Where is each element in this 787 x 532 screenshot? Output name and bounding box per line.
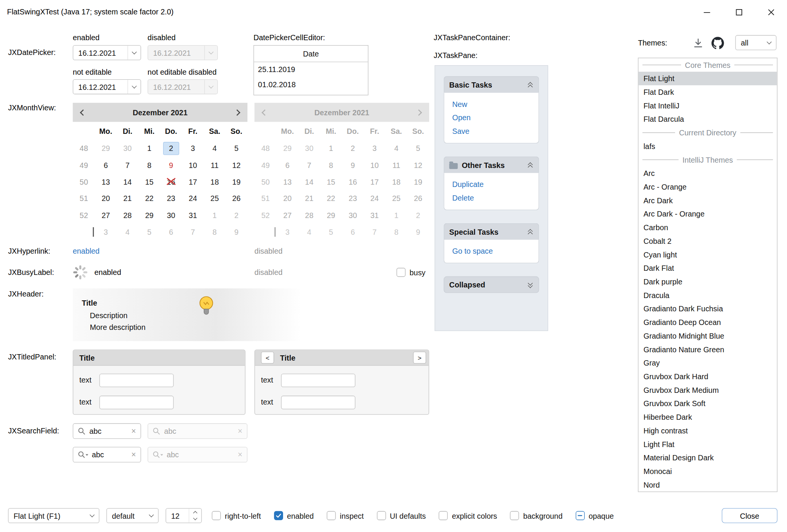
- day-cell[interactable]: 2: [225, 207, 247, 224]
- day-cell[interactable]: 12: [225, 157, 247, 173]
- day-cell[interactable]: 2: [160, 140, 182, 157]
- clear-icon[interactable]: ×: [131, 427, 136, 435]
- checkbox-enabled[interactable]: enabled: [274, 511, 314, 520]
- theme-item[interactable]: Hiberbee Dark: [638, 410, 777, 424]
- taskpane-link[interactable]: Open: [452, 113, 530, 122]
- panel-left-button[interactable]: <: [261, 352, 274, 364]
- theme-item[interactable]: Arc Dark - Orange: [638, 207, 777, 221]
- theme-item[interactable]: Gradianto Dark Fuchsia: [638, 302, 777, 315]
- text-input[interactable]: [99, 396, 174, 410]
- theme-item[interactable]: Material Design Dark: [638, 451, 777, 465]
- close-window-button[interactable]: [755, 0, 787, 24]
- text-input[interactable]: [281, 396, 356, 410]
- datepicker-dropdown-button[interactable]: [127, 46, 140, 60]
- theme-item[interactable]: Flat Light: [638, 72, 777, 85]
- checkbox-box[interactable]: [576, 511, 585, 520]
- github-button[interactable]: [711, 36, 725, 50]
- theme-item[interactable]: Gruvbox Dark Soft: [638, 397, 777, 410]
- table-row[interactable]: 01.02.2018: [254, 77, 368, 93]
- day-cell[interactable]: 30: [160, 207, 182, 224]
- theme-item[interactable]: Flat IntelliJ: [638, 99, 777, 113]
- checkbox-box[interactable]: [274, 511, 283, 520]
- search-field-enabled[interactable]: abc ×: [73, 423, 141, 439]
- day-cell[interactable]: 8: [204, 224, 225, 240]
- day-cell[interactable]: 3: [182, 140, 204, 157]
- day-cell[interactable]: 21: [116, 190, 138, 207]
- panel-right-button[interactable]: >: [413, 352, 426, 364]
- taskpane-header[interactable]: Special Tasks: [444, 223, 539, 240]
- datepicker-dropdown-button[interactable]: [127, 80, 140, 94]
- taskpane-link[interactable]: Duplicate: [452, 180, 530, 189]
- checkbox-inspect[interactable]: inspect: [327, 511, 364, 520]
- day-cell[interactable]: 4: [116, 224, 138, 240]
- theme-item[interactable]: Carbon: [638, 221, 777, 234]
- checkbox-box[interactable]: [377, 511, 386, 520]
- theme-item[interactable]: Monocai: [638, 465, 777, 478]
- day-cell[interactable]: 4: [204, 140, 225, 157]
- day-cell[interactable]: 18: [204, 173, 225, 190]
- taskpane-link[interactable]: Go to space: [452, 247, 530, 256]
- theme-item[interactable]: Nord: [638, 478, 777, 492]
- day-cell[interactable]: 1: [139, 140, 160, 157]
- theme-item[interactable]: Light Flat: [638, 437, 777, 451]
- day-cell[interactable]: 28: [116, 207, 138, 224]
- theme-item[interactable]: Gray: [638, 356, 777, 370]
- theme-list[interactable]: Core ThemesFlat LightFlat DarkFlat Intel…: [638, 58, 778, 492]
- checkbox-box[interactable]: [327, 511, 336, 520]
- checkbox-opaque[interactable]: opaque: [576, 511, 614, 520]
- taskpane-link[interactable]: Save: [452, 127, 530, 136]
- theme-item[interactable]: Cobalt 2: [638, 234, 777, 248]
- day-cell[interactable]: 1: [204, 207, 225, 224]
- theme-item[interactable]: Gradianto Midnight Blue: [638, 329, 777, 343]
- close-button[interactable]: Close: [722, 508, 778, 523]
- day-cell[interactable]: 6: [160, 224, 182, 240]
- checkbox-box[interactable]: [397, 268, 406, 277]
- theme-item[interactable]: Gruvbox Dark Medium: [638, 383, 777, 397]
- theme-item[interactable]: Arc Dark: [638, 194, 777, 207]
- day-cell[interactable]: 31: [182, 207, 204, 224]
- laf-combo[interactable]: Flat Light (F1): [8, 508, 99, 523]
- theme-item[interactable]: Flat Dark: [638, 85, 777, 99]
- day-cell[interactable]: 20: [95, 190, 116, 207]
- day-cell[interactable]: 17: [182, 173, 204, 190]
- day-cell[interactable]: 30: [116, 140, 138, 157]
- day-cell[interactable]: 9: [225, 224, 247, 240]
- theme-item[interactable]: Gruvbox Dark Hard: [638, 370, 777, 383]
- day-cell[interactable]: 19: [225, 173, 247, 190]
- monthview-enabled[interactable]: Dezember 2021 Mo.Di.Mi.Do.Fr.Sa.So.48293…: [73, 103, 247, 240]
- day-cell[interactable]: 23: [160, 190, 182, 207]
- day-cell[interactable]: 5: [139, 224, 160, 240]
- theme-item[interactable]: Arc: [638, 166, 777, 180]
- text-input[interactable]: [281, 373, 356, 387]
- day-cell[interactable]: 7: [116, 157, 138, 173]
- theme-item[interactable]: lafs: [638, 140, 777, 153]
- checkbox-background[interactable]: background: [510, 511, 562, 520]
- text-input[interactable]: [99, 373, 174, 387]
- day-cell[interactable]: 5: [225, 140, 247, 157]
- theme-item[interactable]: Flat Darcula: [638, 112, 777, 126]
- theme-item[interactable]: Arc - Orange: [638, 180, 777, 194]
- theme-item[interactable]: Cyan light: [638, 248, 777, 261]
- theme-item[interactable]: Gradianto Deep Ocean: [638, 315, 777, 329]
- day-cell[interactable]: 14: [116, 173, 138, 190]
- day-cell[interactable]: 29: [95, 140, 116, 157]
- maximize-button[interactable]: [723, 0, 755, 24]
- day-cell[interactable]: 26: [225, 190, 247, 207]
- day-cell[interactable]: 9: [160, 157, 182, 173]
- day-cell[interactable]: 13: [95, 173, 116, 190]
- taskpane-header[interactable]: Basic Tasks: [444, 76, 539, 93]
- taskpane-header[interactable]: Collapsed: [444, 276, 539, 293]
- themes-filter-combo[interactable]: all: [735, 35, 776, 50]
- day-cell[interactable]: 22: [139, 190, 160, 207]
- day-cell[interactable]: 25: [204, 190, 225, 207]
- day-cell[interactable]: 10: [182, 157, 204, 173]
- minimize-button[interactable]: [691, 0, 723, 24]
- spinner-buttons[interactable]: [189, 508, 201, 523]
- day-cell[interactable]: 16: [160, 173, 182, 190]
- font-combo[interactable]: default: [106, 508, 159, 523]
- theme-item[interactable]: Dracula: [638, 289, 777, 302]
- checkbox-box[interactable]: [510, 511, 519, 520]
- font-size-spinner[interactable]: 12: [165, 508, 201, 523]
- theme-item[interactable]: High contrast: [638, 424, 777, 438]
- checkbox-right-to-left[interactable]: right-to-left: [212, 511, 261, 520]
